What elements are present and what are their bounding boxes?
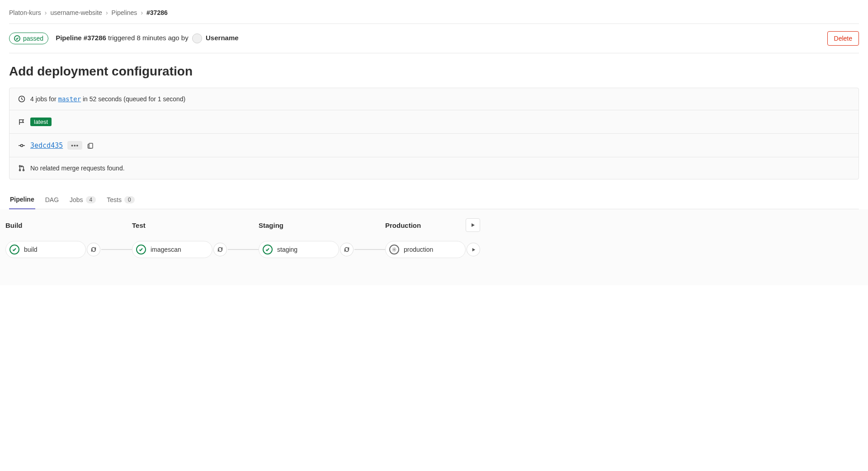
- svg-point-4: [19, 165, 21, 167]
- branch-link[interactable]: master: [58, 95, 81, 103]
- chevron-right-icon: ›: [141, 9, 143, 16]
- check-circle-icon: [136, 245, 146, 254]
- commit-row: 3edcd435 •••: [9, 134, 859, 157]
- tabs: Pipeline DAG Jobs 4 Tests 0: [9, 190, 859, 209]
- job-name: imagescan: [151, 246, 181, 253]
- latest-tag: latest: [30, 118, 52, 126]
- tab-jobs-label: Jobs: [70, 196, 83, 203]
- jobs-count-badge: 4: [86, 196, 96, 203]
- play-icon: [470, 222, 476, 228]
- clock-icon: [18, 95, 26, 103]
- tab-jobs[interactable]: Jobs 4: [69, 190, 97, 209]
- triggered-text: triggered 8 minutes ago by: [108, 34, 189, 42]
- tab-tests-label: Tests: [107, 196, 122, 203]
- retry-button[interactable]: [213, 243, 227, 256]
- retry-button[interactable]: [87, 243, 100, 256]
- pipeline-details: 4 jobs for master in 52 seconds (queued …: [9, 88, 859, 179]
- svg-point-6: [23, 170, 24, 171]
- username-link[interactable]: Username: [206, 34, 239, 42]
- play-job-button[interactable]: [467, 243, 480, 256]
- stage-title: Production: [385, 221, 421, 229]
- stage-title: Test: [132, 221, 146, 229]
- tab-tests[interactable]: Tests 0: [106, 190, 135, 209]
- merge-requests-row: No related merge requests found.: [9, 157, 859, 179]
- svg-rect-3: [89, 143, 93, 148]
- clipboard-icon: [87, 142, 94, 149]
- duration-text: in 52 seconds (queued for 1 second): [83, 95, 185, 103]
- pipeline-header: passed Pipeline #37286 triggered 8 minut…: [9, 31, 859, 53]
- pipeline-info: Pipeline #37286 triggered 8 minutes ago …: [56, 33, 238, 43]
- stage-production: Production production: [385, 218, 480, 258]
- status-badge-passed: passed: [9, 33, 48, 44]
- connector-line: [101, 249, 132, 250]
- stage-build: Build build: [5, 218, 100, 258]
- job-staging[interactable]: staging: [259, 241, 339, 258]
- svg-point-7: [394, 249, 395, 250]
- retry-icon: [344, 246, 350, 253]
- svg-point-5: [19, 170, 21, 171]
- chevron-right-icon: ›: [45, 9, 47, 16]
- run-stage-button[interactable]: [466, 218, 480, 232]
- flag-icon: [18, 118, 26, 126]
- job-imagescan[interactable]: imagescan: [132, 241, 212, 258]
- gear-icon: [389, 245, 399, 254]
- merge-requests-text: No related merge requests found.: [30, 165, 125, 172]
- breadcrumb: Platon-kurs › username-website › Pipelin…: [9, 9, 859, 24]
- avatar[interactable]: [192, 33, 202, 43]
- chevron-right-icon: ›: [106, 9, 108, 16]
- stage-title: Build: [5, 221, 23, 229]
- breadcrumb-current: #37286: [146, 9, 168, 16]
- tab-pipeline[interactable]: Pipeline: [9, 190, 35, 209]
- page-title: Add deployment configuration: [9, 64, 859, 79]
- job-name: production: [404, 246, 433, 253]
- retry-icon: [90, 246, 97, 253]
- delete-button[interactable]: Delete: [827, 31, 859, 46]
- tags-row: latest: [9, 110, 859, 134]
- job-build[interactable]: build: [5, 241, 86, 258]
- commit-sha-link[interactable]: 3edcd435: [30, 141, 63, 150]
- play-icon: [471, 247, 476, 252]
- check-circle-icon: [263, 245, 273, 254]
- check-circle-icon: [14, 35, 20, 42]
- jobs-summary-row: 4 jobs for master in 52 seconds (queued …: [9, 88, 859, 110]
- pipeline-graph: Build build Test: [0, 209, 868, 285]
- job-name: staging: [277, 246, 297, 253]
- commit-icon: [18, 142, 26, 149]
- stage-title: Staging: [259, 221, 283, 229]
- stage-test: Test imagescan: [132, 218, 227, 258]
- svg-point-2: [21, 144, 23, 146]
- breadcrumb-section[interactable]: Pipelines: [112, 9, 137, 16]
- connector-line: [228, 249, 259, 250]
- stage-staging: Staging staging: [259, 218, 354, 258]
- job-name: build: [24, 246, 38, 253]
- breadcrumb-project[interactable]: username-website: [50, 9, 102, 16]
- breadcrumb-group[interactable]: Platon-kurs: [9, 9, 41, 16]
- tab-dag[interactable]: DAG: [44, 190, 60, 209]
- retry-icon: [217, 246, 223, 253]
- merge-request-icon: [18, 165, 26, 172]
- tests-count-badge: 0: [124, 196, 135, 203]
- job-production[interactable]: production: [385, 241, 466, 258]
- pipeline-id: Pipeline #37286: [56, 34, 106, 42]
- connector-line: [354, 249, 385, 250]
- expand-commit-button[interactable]: •••: [67, 141, 82, 150]
- copy-sha-button[interactable]: [87, 142, 94, 149]
- check-circle-icon: [9, 245, 19, 254]
- jobs-count-text: 4 jobs for: [30, 95, 57, 103]
- status-text: passed: [23, 35, 43, 42]
- retry-button[interactable]: [340, 243, 354, 256]
